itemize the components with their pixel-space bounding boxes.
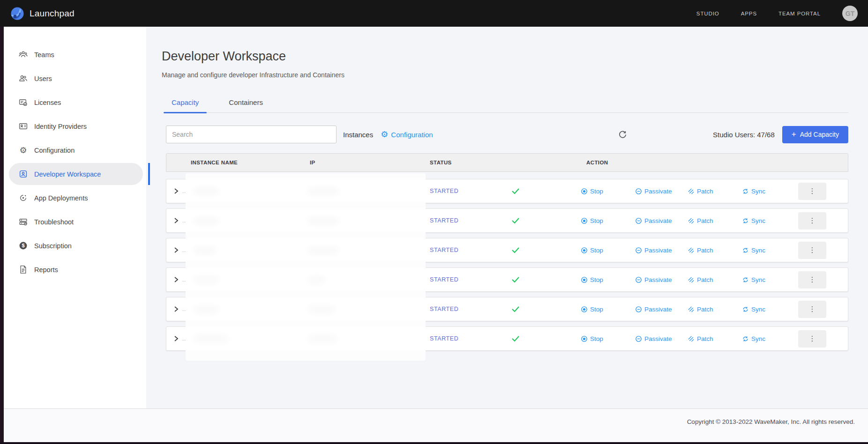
ip-redacted	[308, 247, 339, 254]
stop-action[interactable]: Stop	[581, 276, 635, 283]
app-footer: Copyright © 2013-2022 WaveMaker, Inc. Al…	[0, 408, 868, 444]
sync-action[interactable]: Sync	[742, 276, 794, 283]
passivate-action[interactable]: Passivate	[635, 247, 688, 254]
instance-name-redacted	[194, 335, 228, 342]
status-badge: STARTED	[427, 276, 509, 283]
sidebar-item-label: Subscription	[34, 242, 72, 250]
nav-apps[interactable]: APPS	[741, 11, 757, 16]
row-menu-button[interactable]: ⋮	[798, 301, 826, 318]
passivate-action[interactable]: Passivate	[635, 276, 688, 283]
row-menu-button[interactable]: ⋮	[798, 183, 826, 200]
row-menu-button[interactable]: ⋮	[798, 242, 826, 259]
gear-icon: ⚙	[381, 130, 388, 139]
redacted-dots: ..	[182, 277, 186, 282]
main-content: Developer Workspace Manage and configure…	[146, 27, 868, 408]
tab-containers[interactable]: Containers	[223, 95, 269, 112]
tabs: Capacity Containers	[166, 95, 848, 113]
expand-row-button[interactable]: ..	[166, 187, 188, 195]
nav-studio[interactable]: STUDIO	[696, 11, 719, 16]
users-icon	[19, 74, 28, 83]
sidebar-item-label: Developer Workspace	[34, 170, 101, 178]
add-capacity-label: Add Capacity	[800, 131, 839, 138]
sidebar-item-identity-providers[interactable]: Identity Providers	[4, 114, 146, 138]
sidebar-item-teams[interactable]: Teams	[4, 43, 146, 67]
sync-action[interactable]: Sync	[742, 335, 794, 342]
window-bottom-edge	[0, 442, 868, 444]
patch-label: Patch	[697, 335, 713, 342]
patch-action[interactable]: Patch	[688, 217, 742, 224]
stop-label: Stop	[590, 306, 603, 313]
expand-row-button[interactable]: ..	[166, 335, 188, 342]
tab-capacity[interactable]: Capacity	[166, 95, 204, 112]
page-title: Developer Workspace	[162, 49, 848, 64]
passivate-action[interactable]: Passivate	[635, 217, 688, 224]
sidebar-item-label: App Deployments	[34, 194, 88, 202]
expand-row-button[interactable]: ..	[166, 276, 188, 283]
sync-label: Sync	[751, 188, 765, 195]
sync-action[interactable]: Sync	[742, 217, 794, 224]
table-rows: .. STARTED Stop Passivate Pa	[166, 179, 848, 351]
stop-label: Stop	[590, 276, 603, 283]
health-check-icon	[509, 276, 581, 283]
search-input[interactable]	[166, 126, 337, 143]
stop-label: Stop	[590, 188, 603, 195]
redacted-dots: ..	[182, 306, 186, 312]
sidebar-item-subscription[interactable]: $ Subscription	[4, 234, 146, 258]
configuration-icon: ⚙	[19, 146, 28, 155]
sidebar-item-configuration[interactable]: ⚙ Configuration	[4, 138, 146, 162]
ip-redacted	[308, 276, 325, 283]
expand-row-button[interactable]: ..	[166, 305, 188, 313]
sync-action[interactable]: Sync	[742, 247, 794, 254]
sidebar-item-label: Teams	[34, 51, 54, 59]
stop-label: Stop	[590, 247, 603, 254]
row-menu-button[interactable]: ⋮	[798, 330, 826, 348]
passivate-label: Passivate	[644, 217, 672, 224]
stop-action[interactable]: Stop	[581, 306, 635, 313]
ip-redacted	[308, 335, 337, 342]
ip-redacted	[308, 217, 339, 224]
brand-name: Launchpad	[30, 8, 75, 19]
sidebar-item-label: Reports	[34, 266, 58, 274]
row-menu-button[interactable]: ⋮	[798, 271, 826, 289]
teams-icon	[19, 50, 28, 59]
identity-providers-icon	[19, 122, 28, 131]
troubleshoot-icon	[19, 217, 28, 226]
refresh-icon[interactable]	[617, 129, 628, 140]
sidebar-item-users[interactable]: Users	[4, 67, 146, 90]
sidebar-item-reports[interactable]: Reports	[4, 258, 146, 281]
sidebar-item-label: Configuration	[34, 147, 75, 154]
patch-action[interactable]: Patch	[688, 335, 742, 342]
app-header: Launchpad STUDIO APPS TEAM PORTAL GT	[0, 0, 868, 27]
passivate-action[interactable]: Passivate	[635, 188, 688, 195]
column-instance-name: INSTANCE NAME	[188, 160, 286, 165]
brand[interactable]: Launchpad	[10, 7, 75, 21]
row-menu-button[interactable]: ⋮	[798, 212, 826, 229]
stop-action[interactable]: Stop	[581, 217, 635, 224]
stop-action[interactable]: Stop	[581, 335, 635, 342]
configuration-link[interactable]: ⚙ Configuration	[381, 130, 433, 139]
stop-action[interactable]: Stop	[581, 188, 635, 195]
expand-row-button[interactable]: ..	[166, 246, 188, 254]
avatar[interactable]: GT	[842, 6, 858, 21]
stop-action[interactable]: Stop	[581, 247, 635, 254]
sidebar-item-troubleshoot[interactable]: Troubleshoot	[4, 210, 146, 234]
health-check-icon	[509, 217, 581, 224]
expand-row-button[interactable]: ..	[166, 217, 188, 224]
patch-action[interactable]: Patch	[688, 276, 742, 283]
sidebar-item-app-deployments[interactable]: App Deployments	[4, 186, 146, 210]
patch-label: Patch	[697, 217, 713, 224]
patch-action[interactable]: Patch	[688, 188, 742, 195]
sidebar-item-licenses[interactable]: Licenses	[4, 90, 146, 114]
nav-team-portal[interactable]: TEAM PORTAL	[778, 11, 821, 16]
sync-action[interactable]: Sync	[742, 306, 794, 313]
passivate-action[interactable]: Passivate	[635, 335, 688, 342]
sidebar-item-developer-workspace[interactable]: Developer Workspace	[4, 162, 146, 186]
passivate-action[interactable]: Passivate	[635, 306, 688, 313]
status-badge: STARTED	[427, 188, 509, 194]
patch-action[interactable]: Patch	[688, 306, 742, 313]
patch-action[interactable]: Patch	[688, 247, 742, 254]
sync-action[interactable]: Sync	[742, 188, 794, 195]
toolbar: Instances ⚙ Configuration Studio Users: …	[166, 125, 848, 144]
passivate-label: Passivate	[644, 306, 672, 313]
add-capacity-button[interactable]: + Add Capacity	[782, 126, 848, 143]
